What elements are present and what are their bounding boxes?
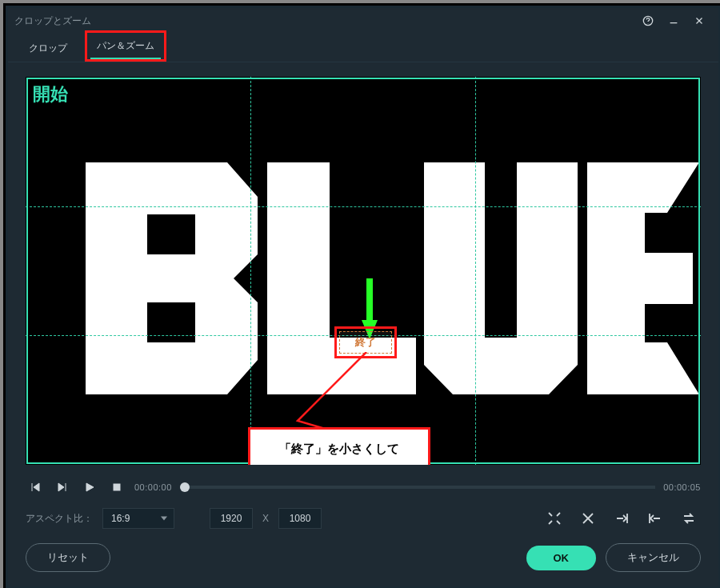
- current-time: 00:00:00: [134, 482, 172, 492]
- prev-frame-button[interactable]: [26, 478, 45, 497]
- dimension-separator: X: [262, 513, 269, 524]
- align-left-icon[interactable]: [643, 508, 667, 529]
- height-input[interactable]: 1080: [278, 508, 322, 529]
- tab-bar: クロップ パン＆ズーム: [8, 34, 718, 62]
- app-frame: クロップとズーム クロップ パン＆ズーム: [3, 3, 720, 588]
- annotation-leader-line: [282, 352, 394, 437]
- help-icon[interactable]: [635, 10, 661, 32]
- timeline-scrubber[interactable]: [180, 486, 655, 489]
- playback-controls: 00:00:00 00:00:05: [8, 473, 718, 497]
- svg-rect-4: [114, 484, 120, 490]
- minimize-icon[interactable]: [661, 10, 686, 32]
- stop-button[interactable]: [107, 478, 126, 497]
- crop-zoom-window: クロップとズーム クロップ パン＆ズーム: [8, 8, 718, 586]
- annotation-line1: 「終了」を小さくして: [255, 438, 423, 461]
- parameter-row: アスペクト比： 16:9 1920 X 1080: [8, 497, 718, 529]
- reset-button[interactable]: リセット: [26, 543, 110, 572]
- tab-pan-zoom[interactable]: パン＆ズーム: [85, 30, 166, 62]
- aspect-ratio-select[interactable]: 16:9: [102, 508, 174, 529]
- width-input[interactable]: 1920: [210, 508, 253, 529]
- aspect-ratio-label: アスペクト比：: [26, 512, 93, 526]
- cancel-button[interactable]: キャンセル: [606, 543, 701, 572]
- footer-buttons: リセット OK キャンセル: [8, 529, 718, 586]
- tab-crop[interactable]: クロップ: [19, 35, 77, 62]
- align-right-icon[interactable]: [610, 508, 634, 529]
- close-icon[interactable]: [686, 10, 712, 32]
- fit-out-icon[interactable]: [576, 508, 600, 529]
- ok-button[interactable]: OK: [526, 546, 597, 570]
- total-time: 00:00:05: [663, 482, 701, 492]
- fit-center-icon[interactable]: [542, 508, 566, 529]
- annotation-callout: 「終了」を小さくして 白い部分に入るように: [248, 427, 430, 465]
- play-button[interactable]: [80, 478, 99, 497]
- preview-area: 開始 終了 「終了」を小さくして 白い部分に入るように: [8, 62, 718, 473]
- annotation-line2: 白い部分に入るように: [255, 461, 423, 466]
- window-title: クロップとズーム: [14, 14, 91, 28]
- start-label: 開始: [33, 82, 68, 106]
- next-frame-button[interactable]: [53, 478, 72, 497]
- video-preview[interactable]: 開始 終了 「終了」を小さくして 白い部分に入るように: [26, 77, 701, 465]
- swap-icon[interactable]: [677, 508, 701, 529]
